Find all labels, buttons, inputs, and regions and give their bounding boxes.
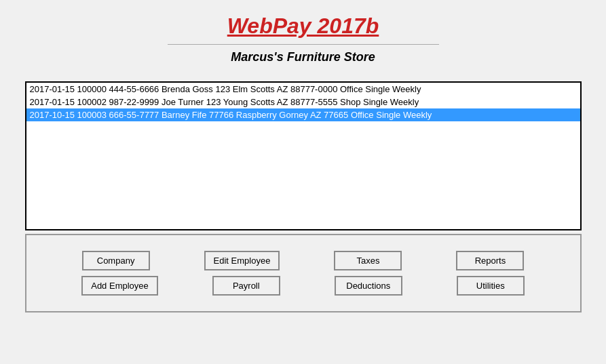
add-employee-button[interactable]: Add Employee: [81, 276, 158, 296]
app-title: WebPay 2017b: [0, 14, 606, 39]
reports-button[interactable]: Reports: [456, 251, 524, 270]
deductions-button[interactable]: Deductions: [335, 276, 402, 296]
list-item[interactable]: 2017-01-15 100002 987-22-9999 Joe Turner…: [26, 96, 580, 108]
taxes-button[interactable]: Taxes: [334, 251, 402, 270]
list-item[interactable]: 2017-01-15 100000 444-55-6666 Brenda Gos…: [26, 83, 580, 96]
company-name: Marcus's Furniture Store: [0, 50, 606, 64]
employee-list-container[interactable]: 2017-01-15 100000 444-55-6666 Brenda Gos…: [25, 81, 582, 230]
company-button[interactable]: Company: [82, 251, 150, 270]
button-row-2: Add EmployeePayrollDeductionsUtilities: [33, 276, 573, 296]
employee-list: 2017-01-15 100000 444-55-6666 Brenda Gos…: [26, 83, 580, 121]
edit-employee-button[interactable]: Edit Employee: [204, 251, 280, 270]
list-item[interactable]: 2017-10-15 100003 666-55-7777 Barney Fif…: [26, 108, 580, 121]
main-content: 2017-01-15 100000 444-55-6666 Brenda Gos…: [25, 81, 582, 312]
payroll-button[interactable]: Payroll: [212, 276, 280, 296]
button-row-1: CompanyEdit EmployeeTaxesReports: [33, 251, 573, 270]
utilities-button[interactable]: Utilities: [457, 276, 525, 296]
header: WebPay 2017b Marcus's Furniture Store: [0, 0, 606, 71]
button-panel: CompanyEdit EmployeeTaxesReports Add Emp…: [25, 234, 582, 312]
